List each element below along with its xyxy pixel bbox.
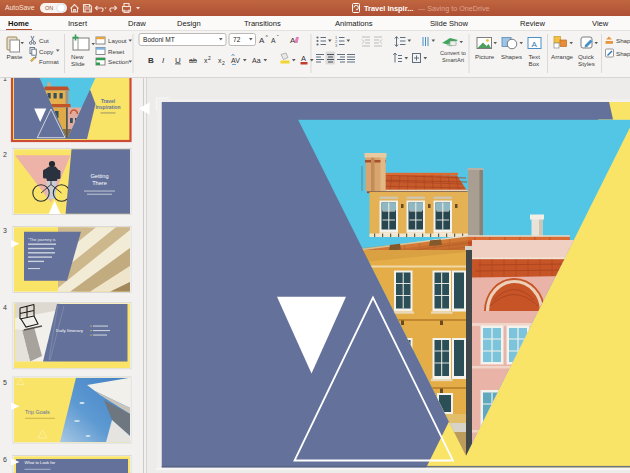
svg-text:5: 5 <box>3 379 7 386</box>
svg-text:Inspiration: Inspiration <box>96 105 121 110</box>
svg-text:— Saving to OneDrive: — Saving to OneDrive <box>418 4 490 13</box>
svg-text:2: 2 <box>3 151 7 158</box>
svg-text:U: U <box>175 56 181 65</box>
svg-text:Reset: Reset <box>108 48 124 55</box>
svg-text:Layout: Layout <box>108 37 127 44</box>
svg-text:2: 2 <box>222 60 225 66</box>
svg-text:Section: Section <box>108 58 129 65</box>
svg-text:Bodoni MT: Bodoni MT <box>143 36 175 43</box>
svg-text:Travel Inspir...: Travel Inspir... <box>364 4 413 13</box>
svg-text:72: 72 <box>233 36 241 43</box>
svg-text:ˇ: ˇ <box>277 34 279 40</box>
svg-text:A: A <box>259 36 265 45</box>
svg-text:Arrange: Arrange <box>551 53 574 60</box>
svg-text:Convert to: Convert to <box>440 50 466 56</box>
svg-text:^: ^ <box>266 34 269 40</box>
svg-text:Aa: Aa <box>252 57 261 64</box>
svg-text:4: 4 <box>3 304 7 311</box>
svg-text:Cut: Cut <box>39 37 49 44</box>
svg-text:What to Look for: What to Look for <box>25 460 56 465</box>
svg-text:Shap: Shap <box>616 50 630 57</box>
svg-text:3: 3 <box>3 227 7 234</box>
svg-text:New: New <box>71 53 84 60</box>
svg-text:Travel: Travel <box>101 99 116 104</box>
svg-text:Text: Text <box>529 53 541 60</box>
svg-text:Slide: Slide <box>71 60 85 67</box>
svg-text:A: A <box>271 37 276 44</box>
svg-text:Box: Box <box>529 60 541 67</box>
svg-text:Picture: Picture <box>475 53 495 60</box>
svg-text:Paste: Paste <box>7 53 23 60</box>
svg-text:ON: ON <box>45 5 53 11</box>
svg-text:ab: ab <box>189 57 197 64</box>
svg-text:Trip Goals: Trip Goals <box>25 409 50 415</box>
svg-text:Copy: Copy <box>39 48 54 55</box>
svg-text:A: A <box>532 40 538 49</box>
svg-text:1: 1 <box>3 78 7 82</box>
svg-text:B: B <box>148 56 154 65</box>
svg-text:There: There <box>92 180 107 186</box>
svg-text:Shapes: Shapes <box>501 53 522 60</box>
svg-text:6: 6 <box>3 456 7 463</box>
svg-text:I: I <box>162 56 165 65</box>
svg-text:Quick: Quick <box>578 53 595 60</box>
svg-text:A: A <box>290 36 296 45</box>
svg-text:Styles: Styles <box>578 60 595 67</box>
svg-text:2: 2 <box>208 55 211 61</box>
svg-text:3: 3 <box>335 43 338 48</box>
svg-text:Shap: Shap <box>616 37 630 44</box>
svg-text:Format: Format <box>39 58 59 65</box>
svg-text:AV: AV <box>231 57 240 64</box>
svg-text:Getting: Getting <box>90 173 108 179</box>
svg-text:AutoSave: AutoSave <box>5 4 35 11</box>
svg-text:“The journey is: “The journey is <box>28 237 56 242</box>
svg-text:SmartArt: SmartArt <box>442 57 465 63</box>
svg-text:Daily Itinerary: Daily Itinerary <box>56 328 84 333</box>
svg-text:A: A <box>301 54 306 63</box>
